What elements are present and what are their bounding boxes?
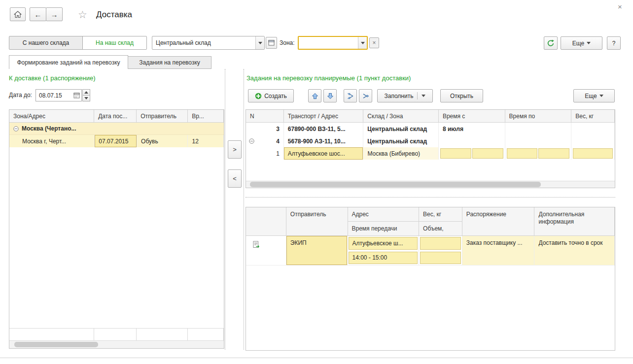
zone-clear-button[interactable]: × bbox=[369, 37, 379, 48]
cell-warehouse[interactable]: Москва (Бибирево) bbox=[363, 147, 439, 160]
refresh-button[interactable] bbox=[544, 36, 558, 50]
zone-dropdown-button[interactable] bbox=[358, 37, 367, 49]
from-our-warehouse-button[interactable]: С нашего склада bbox=[9, 36, 83, 50]
cell-sender[interactable]: Обувь bbox=[137, 135, 188, 147]
vertical-splitter[interactable] bbox=[244, 69, 244, 350]
transfer-time-field[interactable]: 14:00 - 15:00 bbox=[349, 252, 418, 265]
column-header-address[interactable]: Адрес bbox=[348, 207, 419, 221]
horizontal-scrollbar[interactable] bbox=[9, 340, 224, 348]
create-button[interactable]: Создать bbox=[248, 89, 294, 102]
column-header-time-from[interactable]: Время с bbox=[439, 110, 505, 123]
cell-order[interactable]: Заказ поставщику ... bbox=[462, 236, 535, 265]
column-header-transport[interactable]: Транспорт / Адрес bbox=[284, 110, 364, 123]
attach-button[interactable] bbox=[359, 89, 372, 102]
column-header-warehouse-zone[interactable]: Склад / Зона bbox=[363, 110, 439, 123]
tab-transport-tasks[interactable]: Задания на перевозку bbox=[128, 56, 211, 69]
help-button[interactable]: ? bbox=[607, 36, 621, 50]
move-to-tasks-button[interactable]: > bbox=[228, 140, 242, 159]
cell-warehouse[interactable]: Центральный склад bbox=[363, 135, 439, 147]
warehouse-combobox[interactable]: Центральный склад bbox=[152, 36, 265, 50]
column-header-weight[interactable]: Вес, кг bbox=[419, 207, 462, 221]
forward-button[interactable]: → bbox=[46, 7, 63, 21]
cell-weight[interactable] bbox=[571, 147, 615, 160]
cell-address[interactable]: Москва г, Черт... bbox=[9, 135, 95, 147]
more-button-right[interactable]: Еще bbox=[573, 89, 615, 102]
move-back-button[interactable]: < bbox=[228, 169, 242, 188]
to-our-warehouse-button[interactable]: На наш склад bbox=[82, 36, 147, 50]
close-icon[interactable]: × bbox=[618, 2, 622, 11]
cell-weight[interactable] bbox=[571, 135, 615, 147]
group-row-moscow[interactable]: Москва (Чертано... bbox=[9, 123, 224, 135]
cell-time[interactable]: 12 bbox=[188, 135, 224, 147]
fill-button[interactable]: Заполнить bbox=[377, 89, 433, 102]
favorite-star-icon[interactable]: ☆ bbox=[78, 9, 87, 21]
time-from-end-field[interactable] bbox=[472, 148, 503, 159]
table-row[interactable]: Москва г, Черт... 07.07.2015 Обувь 12 bbox=[9, 135, 224, 147]
cell-address-time[interactable]: Алтуфьевское ш... 14:00 - 15:00 bbox=[348, 236, 419, 265]
column-header-time-to[interactable]: Время по bbox=[505, 110, 572, 123]
warehouse-select-button[interactable] bbox=[266, 37, 277, 49]
time-to-start-field[interactable] bbox=[507, 148, 538, 159]
cell-time-to[interactable] bbox=[505, 123, 572, 135]
cell-weight[interactable] bbox=[571, 123, 615, 135]
weight-field[interactable] bbox=[573, 148, 613, 159]
date-to-input[interactable]: 08.07.15 bbox=[35, 89, 82, 101]
calendar-button[interactable] bbox=[72, 90, 81, 101]
cell-n[interactable]: 3 bbox=[246, 123, 284, 135]
cell-warehouse[interactable]: Центральный склад bbox=[363, 123, 439, 135]
cell-time-to[interactable] bbox=[505, 147, 572, 160]
vertical-splitter[interactable] bbox=[225, 69, 225, 350]
table-row-selected[interactable]: ЭКИП Алтуфьевское ш... 14:00 - 15:00 Зак… bbox=[246, 236, 615, 265]
cell-time-to[interactable] bbox=[505, 135, 572, 147]
column-header-weight[interactable]: Вес, кг bbox=[571, 110, 615, 123]
time-to-end-field[interactable] bbox=[538, 148, 569, 159]
cell-time-from[interactable] bbox=[439, 135, 505, 147]
weight-field[interactable] bbox=[420, 237, 461, 250]
collapse-icon[interactable] bbox=[249, 138, 254, 144]
cell-time-from[interactable] bbox=[439, 147, 505, 160]
horizontal-scrollbar[interactable] bbox=[246, 181, 615, 188]
column-header-n[interactable]: N bbox=[246, 110, 284, 123]
cell-sender-current[interactable]: ЭКИП bbox=[286, 236, 348, 265]
collapse-icon[interactable] bbox=[13, 126, 19, 132]
scrollbar-thumb[interactable] bbox=[14, 342, 98, 347]
column-header-time[interactable]: Вр... bbox=[188, 110, 224, 123]
cell-transport-current[interactable]: Алтуфьевское шос... bbox=[284, 147, 364, 160]
table-row[interactable]: 3 67890-000 ВЗ-11, 5... Центральный скла… bbox=[246, 123, 615, 135]
scrollbar-thumb[interactable] bbox=[250, 182, 541, 187]
column-header-sender[interactable]: Отправитель bbox=[137, 110, 188, 123]
table-row[interactable]: 4 5678-900 АЗ-11, 10... Центральный скла… bbox=[246, 135, 615, 147]
column-header-date[interactable]: Дата пос... bbox=[94, 110, 137, 123]
cell-icon[interactable] bbox=[246, 236, 286, 265]
detach-button[interactable] bbox=[344, 89, 357, 102]
warehouse-dropdown-button[interactable] bbox=[255, 36, 264, 49]
cell-weight-volume[interactable] bbox=[419, 236, 462, 265]
spin-up-button[interactable] bbox=[82, 89, 90, 96]
open-button[interactable]: Открыть bbox=[440, 89, 483, 102]
column-header-transfer-time[interactable]: Время передачи bbox=[348, 221, 419, 235]
horizontal-splitter[interactable] bbox=[246, 197, 615, 198]
zone-combobox[interactable] bbox=[298, 36, 368, 50]
spin-down-button[interactable] bbox=[82, 96, 90, 101]
back-button[interactable]: ← bbox=[30, 7, 46, 21]
move-up-button[interactable] bbox=[308, 89, 321, 102]
move-down-button[interactable] bbox=[323, 89, 337, 102]
column-header-volume[interactable]: Объем, bbox=[419, 221, 462, 235]
cell-date-current[interactable]: 07.07.2015 bbox=[95, 135, 137, 147]
table-row-selected[interactable]: 1 Алтуфьевское шос... Москва (Бибирево) bbox=[246, 147, 615, 160]
time-from-start-field[interactable] bbox=[440, 148, 471, 159]
cell-n[interactable]: 4 bbox=[246, 135, 284, 147]
column-header-address-time[interactable]: Адрес Время передачи bbox=[348, 207, 420, 236]
column-header-order[interactable]: Распоряжение bbox=[462, 207, 535, 236]
tab-forming-transport-tasks[interactable]: Формирование заданий на перевозку bbox=[9, 55, 128, 69]
volume-field[interactable] bbox=[420, 252, 461, 265]
cell-info[interactable]: Доставить точно в срок bbox=[534, 236, 615, 265]
column-header-sender[interactable]: Отправитель bbox=[286, 207, 348, 236]
cell-transport[interactable]: 5678-900 АЗ-11, 10... bbox=[284, 135, 364, 147]
cell-time-from[interactable]: 8 июля bbox=[439, 123, 505, 135]
cell-transport[interactable]: 67890-000 ВЗ-11, 5... bbox=[284, 123, 364, 135]
home-button[interactable] bbox=[10, 7, 26, 21]
column-header-weight-volume[interactable]: Вес, кг Объем, bbox=[419, 207, 462, 236]
column-header-zone-address[interactable]: Зона/Адрес bbox=[9, 110, 94, 123]
more-button[interactable]: Еще bbox=[561, 36, 602, 50]
